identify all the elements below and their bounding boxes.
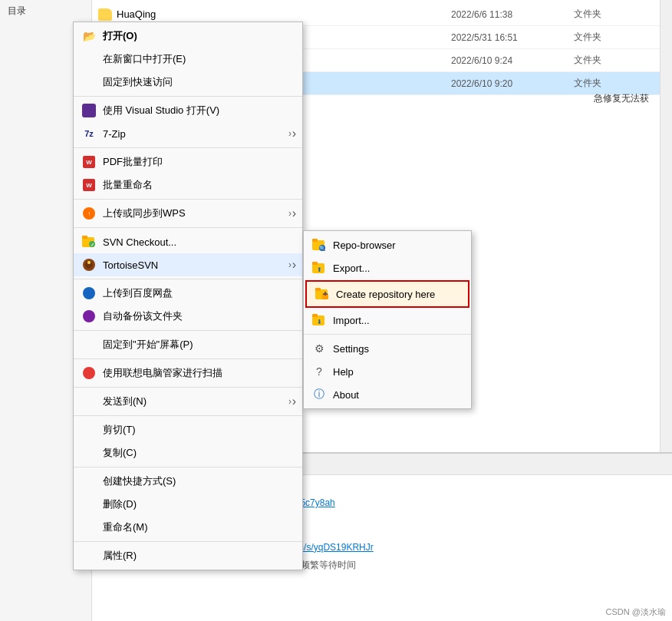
- svg-text:⬇: ⬇: [317, 319, 322, 325]
- wps3-icon: ↑: [81, 206, 97, 221]
- svg-rect-5: [82, 236, 87, 239]
- menu-item-create-shortcut[interactable]: 创建快捷方式(S): [74, 470, 302, 493]
- create-repo-icon: [315, 286, 330, 302]
- submenu-arrow: ›: [288, 128, 292, 139]
- submenu-item-help[interactable]: ? Help: [304, 360, 471, 383]
- file-name-col: HuaQing: [98, 8, 451, 21]
- import-icon: ⬇: [311, 312, 327, 328]
- pin-start-icon: [81, 337, 97, 352]
- repo-browser-icon: 🔍: [311, 237, 327, 253]
- submenu-item-about[interactable]: ⓘ About: [304, 383, 471, 406]
- separator: [74, 199, 302, 200]
- menu-item-open-new-window[interactable]: 在新窗口中打开(E): [74, 48, 302, 71]
- separator: [74, 330, 302, 331]
- submenu-item-import[interactable]: ⬇ Import...: [304, 309, 471, 332]
- svg-rect-12: [312, 239, 318, 242]
- svg-text:🔍: 🔍: [319, 245, 326, 251]
- backup-icon: [81, 309, 97, 324]
- separator: [74, 96, 302, 97]
- properties-icon: [81, 548, 97, 563]
- menu-item-auto-backup[interactable]: 自动备份该文件夹: [74, 305, 302, 328]
- menu-item-pdf-print[interactable]: W PDF批量打印: [74, 150, 302, 173]
- help-icon: ?: [311, 364, 327, 379]
- submenu-arrow: ›: [288, 396, 292, 407]
- cut-icon: [81, 422, 97, 438]
- separator: [74, 541, 302, 542]
- submenu-arrow: ›: [288, 259, 292, 270]
- svg-point-10: [87, 261, 91, 264]
- menu-item-7zip[interactable]: 7z 7-Zip ›: [74, 122, 302, 145]
- partial-text-right: 急修复无法获: [594, 92, 649, 105]
- 7zip-icon: 7z: [81, 126, 97, 141]
- menu-item-rename[interactable]: 重命名(M): [74, 516, 302, 539]
- settings-icon: ⚙: [311, 341, 327, 356]
- svg-text:⬆: ⬆: [317, 266, 322, 273]
- tortoise-icon: [81, 257, 97, 273]
- menu-item-upload-wps[interactable]: ↑ 上传或同步到WPS ›: [74, 202, 302, 225]
- svg-rect-22: [323, 293, 328, 295]
- wps-icon: W: [81, 154, 97, 170]
- copy-icon: [81, 445, 97, 461]
- submenu-item-create-repo[interactable]: Create repository here: [305, 280, 469, 308]
- about-icon: ⓘ: [311, 387, 327, 402]
- separator: [74, 387, 302, 388]
- svg-text:✓: ✓: [91, 243, 94, 247]
- submenu-item-repo-browser[interactable]: 🔍 Repo-browser: [304, 233, 471, 256]
- wps2-icon: W: [81, 177, 97, 193]
- pin-icon: [81, 74, 97, 90]
- menu-item-tortoise-svn[interactable]: TortoiseSVN ›: [74, 253, 302, 276]
- open-icon: 📂: [81, 28, 97, 44]
- separator: [74, 147, 302, 148]
- sidebar-item-directory[interactable]: 目录: [0, 0, 91, 22]
- menu-item-pin-quick[interactable]: 固定到快速访问: [74, 71, 302, 94]
- menu-item-send-to[interactable]: 发送到(N) ›: [74, 390, 302, 413]
- open-new-window-icon: [81, 51, 97, 67]
- separator: [304, 334, 471, 335]
- separator: [74, 415, 302, 416]
- svg-rect-16: [312, 262, 318, 265]
- separator: [74, 467, 302, 467]
- svg-rect-24: [312, 314, 318, 317]
- separator: [74, 358, 302, 359]
- submenu-item-settings[interactable]: ⚙ Settings: [304, 337, 471, 360]
- separator: [74, 227, 302, 228]
- main-context-menu: 📂 打开(O) 在新窗口中打开(E) 固定到快速访问 使用 Visual Stu…: [73, 21, 303, 570]
- export-icon: ⬆: [311, 260, 327, 276]
- submenu-arrow: ›: [288, 208, 292, 219]
- rename-icon: [81, 520, 97, 535]
- separator: [74, 279, 302, 279]
- menu-item-delete[interactable]: 删除(D): [74, 493, 302, 516]
- menu-item-copy[interactable]: 复制(C): [74, 441, 302, 464]
- menu-item-batch-rename[interactable]: W 批量重命名: [74, 173, 302, 197]
- lenovo-icon: [81, 365, 97, 381]
- folder-icon: [98, 8, 112, 21]
- tortoise-submenu: 🔍 Repo-browser ⬆ Export... Create repos: [303, 230, 472, 409]
- delete-icon: [81, 497, 97, 512]
- menu-item-open[interactable]: 📂 打开(O): [74, 25, 302, 48]
- watermark: CSDN @淡水瑜: [606, 606, 666, 618]
- menu-item-cut[interactable]: 剪切(T): [74, 418, 302, 441]
- shortcut-icon: [81, 474, 97, 489]
- svg-rect-19: [315, 288, 321, 291]
- menu-item-properties[interactable]: 属性(R): [74, 544, 302, 567]
- vs-icon: [81, 103, 97, 118]
- menu-item-lenovo-scan[interactable]: 使用联想电脑管家进行扫描: [74, 362, 302, 385]
- menu-item-svn-checkout[interactable]: ✓ SVN Checkout...: [74, 230, 302, 253]
- submenu-item-export[interactable]: ⬆ Export...: [304, 256, 471, 279]
- svn-checkout-icon: ✓: [81, 234, 97, 249]
- menu-item-open-vs[interactable]: 使用 Visual Studio 打开(V): [74, 99, 302, 122]
- menu-item-baidu[interactable]: 上传到百度网盘: [74, 282, 302, 305]
- baidu-icon: [81, 286, 97, 301]
- send-to-icon: [81, 394, 97, 409]
- menu-item-pin-start[interactable]: 固定到"开始"屏幕(P): [74, 333, 302, 356]
